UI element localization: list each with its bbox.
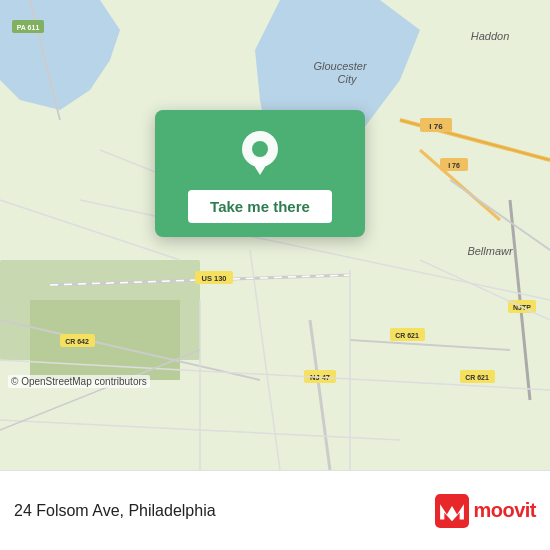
location-pin-icon bbox=[240, 131, 280, 177]
address-line: 24 Folsom Ave, Philadelphia bbox=[14, 502, 216, 520]
svg-text:Haddon: Haddon bbox=[471, 30, 510, 42]
svg-text:CR 621: CR 621 bbox=[465, 374, 489, 381]
moovit-text: moovit bbox=[473, 499, 536, 522]
copyright-text: © OpenStreetMap contributors bbox=[8, 375, 150, 388]
svg-text:Bellmawr: Bellmawr bbox=[467, 245, 514, 257]
take-me-there-button[interactable]: Take me there bbox=[188, 190, 332, 223]
bottom-bar: 24 Folsom Ave, Philadelphia moovit bbox=[0, 470, 550, 550]
moovit-logo: moovit bbox=[435, 494, 536, 528]
svg-marker-50 bbox=[250, 159, 270, 175]
moovit-m-icon bbox=[435, 494, 469, 528]
svg-text:I 76: I 76 bbox=[448, 162, 460, 169]
svg-text:US 130: US 130 bbox=[201, 274, 226, 283]
svg-text:CR 642: CR 642 bbox=[65, 338, 89, 345]
svg-text:PA 611: PA 611 bbox=[17, 24, 40, 31]
svg-text:I 76: I 76 bbox=[429, 122, 443, 131]
svg-point-49 bbox=[252, 141, 268, 157]
address-block: 24 Folsom Ave, Philadelphia bbox=[14, 502, 216, 520]
pin-icon-container bbox=[234, 128, 286, 180]
svg-text:CR 621: CR 621 bbox=[395, 332, 419, 339]
svg-text:Gloucester: Gloucester bbox=[313, 60, 368, 72]
map-container: I 76 US 130 NJ 47 NJTP CR 642 CR 621 CR … bbox=[0, 0, 550, 470]
svg-text:City: City bbox=[338, 73, 358, 85]
location-card[interactable]: Take me there bbox=[155, 110, 365, 237]
